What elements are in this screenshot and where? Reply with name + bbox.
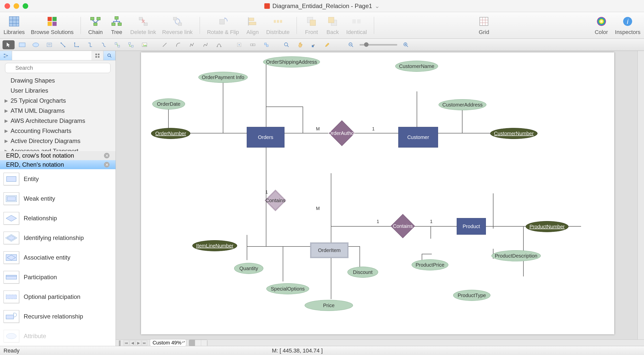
entity-orders[interactable]: Orders <box>247 127 284 148</box>
lib-item-accounting[interactable]: ▶Accounting Flowcharts <box>0 126 116 136</box>
connector-tool-5[interactable] <box>111 40 123 49</box>
line-tool-4[interactable] <box>199 40 211 49</box>
lib-item-drawing-shapes[interactable]: Drawing Shapes <box>0 76 116 86</box>
connector-tool-3[interactable] <box>84 40 96 49</box>
attr-productnumber[interactable]: ProductNumber <box>526 221 568 232</box>
shape-relationship[interactable]: Relationship <box>0 208 116 228</box>
chevron-down-icon[interactable]: ⌄ <box>375 3 380 10</box>
library-search-input[interactable] <box>5 63 111 73</box>
zoom-out-button[interactable] <box>345 40 357 49</box>
lib-item-aws[interactable]: ▶AWS Architecture Diagrams <box>0 116 116 126</box>
rel-contains-2[interactable]: Contains <box>391 214 415 238</box>
lib-item-orgcharts[interactable]: ▶25 Typical Orgcharts <box>0 96 116 106</box>
attr-orderpayment[interactable]: OrderPayment Info <box>198 72 248 83</box>
close-icon[interactable]: ✕ <box>104 162 110 167</box>
align-icon <box>246 15 259 27</box>
connector-tool-4[interactable] <box>98 40 110 49</box>
zoom-slider[interactable] <box>360 44 397 46</box>
canvas-area[interactable]: M 1 1 M 1 1 OrderDate OrderPayment Info … <box>116 51 637 339</box>
canvas[interactable]: M 1 1 M 1 1 OrderDate OrderPayment Info … <box>141 52 614 334</box>
hand-tool[interactable] <box>294 40 306 49</box>
grid-button[interactable]: Grid <box>476 15 491 36</box>
snap-tool-2[interactable] <box>247 40 259 49</box>
right-scrollbar[interactable] <box>637 51 644 339</box>
attr-discount[interactable]: Discount <box>347 267 378 278</box>
entity-product[interactable]: Product <box>457 218 486 235</box>
shape-weak-entity[interactable]: Weak entity <box>0 189 116 208</box>
attr-ordershipping[interactable]: OrderShippingAddress <box>263 56 320 67</box>
browse-solutions-button[interactable]: Browse Solutions <box>31 15 74 36</box>
maximize-window-button[interactable] <box>23 3 28 9</box>
attr-ordernumber[interactable]: OrderNumber <box>151 128 190 139</box>
connector-tool-2[interactable] <box>70 40 83 49</box>
zoom-select[interactable]: Custom 49% ▴▾ <box>150 339 186 346</box>
attr-productdescription[interactable]: ProductDescription <box>491 250 541 261</box>
attr-itemlinenumber[interactable]: ItemLineNumber <box>192 240 237 251</box>
attr-orderdate[interactable]: OrderDate <box>152 98 185 110</box>
snap-tool-1[interactable] <box>233 40 245 49</box>
line-tool-5[interactable] <box>213 40 225 49</box>
pencil-tool[interactable] <box>321 40 333 49</box>
selected-lib-crows-foot[interactable]: ERD, crow's foot notation ✕ <box>0 151 116 160</box>
libraries-button[interactable]: Libraries <box>4 15 25 36</box>
minimize-window-button[interactable] <box>14 3 19 9</box>
color-button[interactable]: Color <box>594 15 609 36</box>
close-window-button[interactable] <box>5 3 10 9</box>
lib-item-active-directory[interactable]: ▶Active Directory Diagrams <box>0 136 116 146</box>
pointer-tool[interactable] <box>3 40 15 49</box>
line-tool-3[interactable] <box>186 40 198 49</box>
connector-tool-1[interactable] <box>57 40 69 49</box>
selected-lib-chen[interactable]: ERD, Chen's notation ✕ <box>0 160 116 169</box>
collapse-icon[interactable]: ‖ <box>118 340 121 346</box>
svg-rect-53 <box>131 45 133 47</box>
align-label: Align <box>246 29 259 36</box>
nav-last[interactable]: ⏭ <box>142 340 147 346</box>
inspectors-button[interactable]: i Inspectors <box>615 15 641 36</box>
close-icon[interactable]: ✕ <box>104 153 110 158</box>
nav-prev[interactable]: ◀ <box>130 340 135 346</box>
shape-recursive-relationship[interactable]: Recursive relationship <box>0 307 116 326</box>
browse-solutions-label: Browse Solutions <box>31 29 74 36</box>
eyedropper-tool[interactable] <box>308 40 320 49</box>
zoom-in-button[interactable] <box>400 40 412 49</box>
shape-attribute[interactable]: Attribute <box>0 326 116 346</box>
connector-tool-6[interactable] <box>125 40 137 49</box>
chain-button[interactable]: Chain <box>88 15 103 36</box>
nav-first[interactable]: ⏮ <box>124 340 129 346</box>
snap-tool-3[interactable] <box>260 40 272 49</box>
shape-optional-participation[interactable]: Optional participation <box>0 287 116 307</box>
attr-quantity[interactable]: Quantity <box>234 263 263 274</box>
lib-item-user-libraries[interactable]: User Libraries <box>0 86 116 96</box>
nav-next[interactable]: ▶ <box>136 340 141 346</box>
rel-orderauthor[interactable]: OrderAuthor <box>329 120 355 146</box>
image-tool[interactable] <box>138 40 151 49</box>
entity-orderitem[interactable]: OrderItem <box>310 242 348 258</box>
rect-tool[interactable] <box>16 40 28 49</box>
line-tool-1[interactable] <box>159 40 171 49</box>
attr-specialoptions[interactable]: SpecialOptions <box>266 283 309 294</box>
lib-item-atm-uml[interactable]: ▶ATM UML Diagrams <box>0 106 116 116</box>
shape-entity[interactable]: Entity <box>0 169 116 189</box>
page-tabs[interactable] <box>189 340 207 346</box>
attr-customernumber[interactable]: CustomerNumber <box>490 128 538 139</box>
attr-customername[interactable]: CustomerName <box>395 61 438 72</box>
shape-identifying-relationship[interactable]: Identifying relationship <box>0 228 116 248</box>
sidebar-tree-icon[interactable] <box>0 51 12 60</box>
zoom-tool[interactable] <box>280 40 293 49</box>
shape-participation[interactable]: Participation <box>0 267 116 287</box>
attr-customeraddress[interactable]: CustomerAddress <box>439 99 486 110</box>
attr-producttype[interactable]: ProductType <box>453 290 490 301</box>
sidebar-search-icon[interactable] <box>103 51 116 60</box>
attr-productprice[interactable]: ProductPrice <box>412 259 448 270</box>
sidebar-grid-view-icon[interactable] <box>91 51 103 60</box>
line-tool-2[interactable] <box>172 40 184 49</box>
ellipse-tool[interactable] <box>30 40 42 49</box>
shape-associative-entity[interactable]: Associative entity <box>0 248 116 267</box>
text-tool[interactable] <box>43 40 55 49</box>
sidebar-filter-input[interactable] <box>12 51 91 60</box>
attr-price[interactable]: Price <box>305 300 353 311</box>
entity-customer[interactable]: Customer <box>398 127 438 148</box>
tree-button[interactable]: Tree <box>109 15 124 36</box>
lib-item-aerospace[interactable]: ▶Aerospace and Transport <box>0 146 116 151</box>
rel-contains-1[interactable]: Contains <box>265 190 286 211</box>
